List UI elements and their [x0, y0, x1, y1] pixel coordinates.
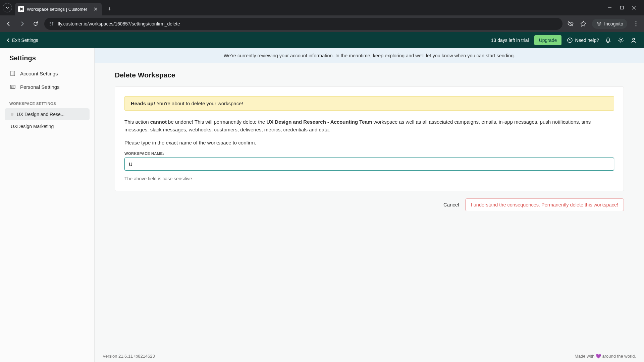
alert-text: You're about to delete your workspace! — [155, 101, 243, 106]
help-label: Need help? — [575, 38, 599, 43]
minimize-button[interactable] — [608, 6, 612, 10]
page-title: Delete Workspace — [115, 71, 624, 79]
svg-point-2 — [636, 23, 637, 24]
browser-chrome: ⌘ Workspace settings | Customer + — [0, 0, 644, 32]
warning-paragraph: This action cannot be undone! This will … — [124, 118, 614, 134]
sidebar-section-label: WORKSPACE SETTINGS — [0, 94, 94, 108]
incognito-icon — [596, 21, 602, 27]
incognito-badge[interactable]: Incognito — [592, 19, 627, 29]
svg-point-5 — [620, 39, 622, 41]
maximize-icon — [620, 6, 624, 10]
workspace-dot-icon — [11, 113, 13, 116]
warning-alert: Heads up! You're about to delete your wo… — [124, 96, 614, 111]
back-button[interactable] — [4, 19, 13, 28]
sidebar-item-label: Account Settings — [20, 71, 58, 76]
tab-title: Workspace settings | Customer — [27, 7, 90, 12]
delete-workspace-panel: Heads up! You're about to delete your wo… — [115, 86, 624, 191]
forward-button[interactable] — [17, 19, 27, 28]
alert-strong: Heads up! — [131, 101, 155, 106]
bookmark-button[interactable] — [579, 20, 587, 28]
svg-point-6 — [633, 38, 635, 40]
sidebar-workspace-item[interactable]: UXDesign Marketing — [5, 120, 90, 132]
cancel-button[interactable]: Cancel — [443, 202, 459, 207]
app: Exit Settings 13 days left in trial Upgr… — [0, 32, 644, 362]
trial-status: 13 days left in trial — [491, 38, 529, 43]
sidebar-workspace-item[interactable]: UX Design and Rese... — [5, 108, 90, 120]
svg-point-1 — [636, 21, 637, 22]
workspace-label: UXDesign Marketing — [11, 124, 54, 129]
maximize-button[interactable] — [620, 6, 624, 10]
svg-point-3 — [636, 25, 637, 26]
close-icon — [94, 7, 97, 11]
exit-settings-label: Exit Settings — [12, 38, 38, 43]
confirm-prompt: Please type in the exact name of the wor… — [124, 140, 614, 145]
workspace-name-label: WORKSPACE NAME: — [124, 152, 614, 156]
footer: Version 21.6.11+b8214623 Made with 💜 aro… — [95, 350, 644, 362]
reload-icon — [33, 21, 39, 27]
tab-bar: ⌘ Workspace settings | Customer + — [0, 0, 644, 15]
eye-off-icon[interactable] — [567, 20, 575, 28]
svg-rect-0 — [621, 6, 624, 9]
sidebar-title: Settings — [0, 54, 94, 67]
made-with-text: Made with 💜 around the world. — [575, 354, 636, 359]
user-icon — [630, 37, 637, 44]
building-icon — [9, 70, 16, 77]
heart-icon: 💜 — [596, 354, 601, 359]
url-box[interactable]: fly.customer.io/workspaces/160857/settin… — [44, 18, 562, 30]
content-area: Delete Workspace Heads up! You're about … — [95, 63, 644, 219]
notifications-button[interactable] — [604, 37, 612, 44]
main-content: We're currently reviewing your account i… — [95, 48, 644, 362]
dots-vertical-icon — [633, 21, 639, 27]
arrow-left-icon — [6, 21, 12, 27]
incognito-label: Incognito — [604, 21, 623, 26]
arrow-right-icon — [19, 21, 25, 27]
upgrade-button[interactable]: Upgrade — [534, 35, 562, 45]
star-icon — [580, 20, 587, 27]
close-icon — [632, 6, 636, 10]
svg-rect-8 — [10, 85, 15, 88]
sidebar: Settings Account Settings Personal Setti… — [0, 48, 95, 362]
svg-point-4 — [568, 38, 572, 43]
dialog-actions: Cancel I understand the consequences. Pe… — [115, 198, 624, 211]
app-top-bar: Exit Settings 13 days left in trial Upgr… — [0, 32, 644, 48]
version-text: Version 21.6.11+b8214623 — [103, 354, 155, 359]
workspace-label: UX Design and Rese... — [17, 112, 64, 117]
workspace-name-input[interactable] — [124, 158, 614, 171]
help-circle-icon — [567, 37, 573, 43]
address-bar: fly.customer.io/workspaces/160857/settin… — [0, 15, 644, 32]
close-window-button[interactable] — [632, 6, 636, 10]
sidebar-item-personal-settings[interactable]: Personal Settings — [0, 80, 94, 94]
settings-gear-button[interactable] — [617, 37, 625, 44]
new-tab-button[interactable]: + — [105, 4, 115, 14]
case-sensitive-hint: The above field is case sensitive. — [124, 176, 614, 181]
url-text: fly.customer.io/workspaces/160857/settin… — [58, 21, 558, 26]
chevron-left-icon — [7, 38, 10, 43]
gear-icon — [618, 37, 624, 44]
bell-icon — [605, 37, 611, 44]
tab-close-button[interactable] — [93, 6, 99, 12]
sidebar-item-label: Personal Settings — [20, 84, 60, 90]
svg-rect-7 — [11, 71, 15, 76]
minimize-icon — [608, 6, 612, 10]
reload-button[interactable] — [31, 19, 40, 28]
confirm-delete-button[interactable]: I understand the consequences. Permanent… — [465, 198, 624, 211]
site-settings-icon[interactable] — [49, 21, 54, 26]
profile-button[interactable] — [630, 37, 637, 44]
browser-tab[interactable]: ⌘ Workspace settings | Customer — [15, 3, 102, 15]
chevron-down-icon — [5, 6, 9, 10]
sidebar-item-account-settings[interactable]: Account Settings — [0, 67, 94, 80]
window-controls — [608, 6, 641, 10]
need-help-link[interactable]: Need help? — [567, 37, 599, 43]
exit-settings-link[interactable]: Exit Settings — [7, 38, 38, 43]
review-banner: We're currently reviewing your account i… — [95, 48, 644, 63]
id-card-icon — [9, 83, 16, 90]
tab-search-dropdown[interactable] — [3, 3, 12, 12]
tab-favicon: ⌘ — [18, 6, 24, 12]
browser-menu-button[interactable] — [632, 20, 640, 28]
app-body: Settings Account Settings Personal Setti… — [0, 48, 644, 362]
